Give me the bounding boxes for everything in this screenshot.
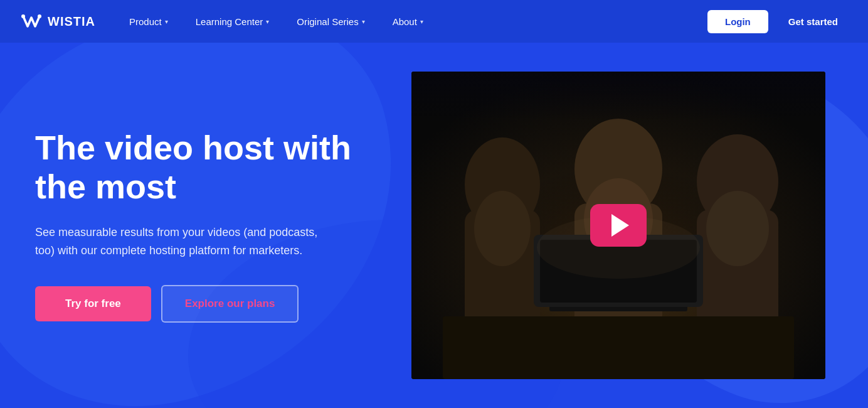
hero-subtitle: See measurable results from your videos … [35,223,336,260]
play-triangle-icon [611,214,629,237]
svg-point-13 [706,191,769,266]
video-thumbnail [411,72,825,379]
try-free-button[interactable]: Try for free [35,286,151,321]
svg-point-7 [474,191,531,266]
nav-item-original-series[interactable]: Original Series ▾ [283,0,378,43]
hero-buttons: Try for free Explore our plans [35,285,374,323]
navigation: WISTIA Product ▾ Learning Center ▾ Origi… [0,0,868,43]
play-button-bg [590,204,647,247]
explore-plans-button[interactable]: Explore our plans [161,285,299,323]
hero-title: The video host with the most [35,128,374,206]
nav-item-learning-center[interactable]: Learning Center ▾ [182,0,283,43]
chevron-down-icon: ▾ [266,18,269,25]
chevron-down-icon: ▾ [165,18,168,25]
hero-section: The video host with the most See measura… [0,43,868,408]
logo[interactable]: WISTIA [20,13,95,30]
chevron-down-icon: ▾ [362,18,365,25]
wistia-logo-icon [20,13,43,30]
login-button[interactable]: Login [707,10,768,33]
nav-actions: Login Get started [707,10,848,33]
svg-rect-14 [443,316,794,379]
play-button[interactable] [590,204,647,247]
hero-text: The video host with the most See measura… [35,128,374,323]
hero-content: The video host with the most See measura… [0,43,868,408]
nav-item-product[interactable]: Product ▾ [115,0,182,43]
get-started-button[interactable]: Get started [778,10,848,33]
chevron-down-icon: ▾ [420,18,423,25]
svg-point-0 [21,14,25,18]
logo-text: WISTIA [48,14,95,29]
nav-links: Product ▾ Learning Center ▾ Original Ser… [115,0,707,43]
svg-rect-19 [411,72,825,122]
svg-point-1 [38,14,41,18]
hero-video-panel[interactable] [411,72,825,379]
nav-item-about[interactable]: About ▾ [379,0,437,43]
